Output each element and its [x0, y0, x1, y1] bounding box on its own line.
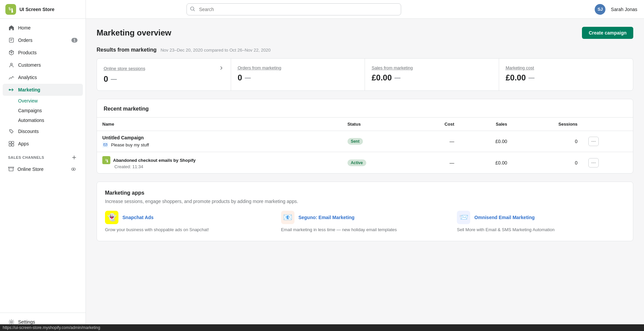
page-content: Marketing overview Create campaign Resul…	[86, 19, 644, 331]
analytics-icon	[8, 74, 15, 81]
automation-more-button[interactable]: ···	[588, 158, 599, 168]
metric-card-sessions: Online store sessions 0 —	[97, 59, 231, 90]
sidebar-item-label: Apps	[18, 141, 77, 146]
sidebar-item-label: Home	[18, 25, 77, 30]
snapchat-app-icon: 👻	[105, 211, 118, 224]
marketing-table: Name Status Cost Sales Sessions Untitled…	[97, 118, 633, 173]
svg-point-3	[10, 130, 11, 131]
sidebar-item-marketing[interactable]: Marketing	[3, 84, 83, 96]
automation-actions-cell: ···	[583, 152, 633, 174]
campaign-cost-cell: —	[412, 131, 460, 152]
omnisend-app-icon: 📨	[457, 211, 470, 224]
shopify-icon	[102, 156, 110, 164]
store-name: UI Screen Store	[19, 7, 54, 12]
svg-rect-7	[12, 144, 14, 146]
search-icon	[190, 6, 195, 12]
metric-title-orders: Orders from marketing	[238, 65, 358, 70]
sidebar-item-label: Analytics	[18, 75, 77, 80]
products-icon	[8, 49, 15, 56]
svg-rect-12	[104, 144, 107, 146]
metric-card-sales: Sales from marketing £0.00 —	[365, 59, 499, 90]
recent-marketing-card: Recent marketing Name Status Cost Sales …	[97, 99, 633, 174]
marketing-icon	[8, 86, 15, 93]
sidebar-item-analytics[interactable]: Analytics	[3, 71, 83, 83]
metric-card-orders: Orders from marketing 0 —	[231, 59, 365, 90]
automation-name-cell: Abandoned checkout emails by Shopify Cre…	[97, 152, 342, 174]
col-name: Name	[97, 118, 342, 131]
home-icon	[8, 24, 15, 31]
add-channel-button[interactable]	[71, 154, 77, 161]
metric-title-sales: Sales from marketing	[372, 65, 492, 70]
sidebar-item-customers[interactable]: Customers	[3, 59, 83, 71]
sidebar-item-apps[interactable]: Apps	[3, 138, 83, 150]
user-name[interactable]: Sarah Jonas	[611, 7, 637, 12]
sidebar-item-orders[interactable]: Orders 1	[3, 34, 83, 46]
search-input[interactable]	[186, 3, 401, 15]
app-card-header: 📧 Seguno: Email Marketing	[281, 211, 449, 224]
seguno-app-desc: Email marketing in less time — new holid…	[281, 227, 449, 233]
omnisend-app-name[interactable]: Omnisend Email Marketing	[474, 215, 535, 220]
automation-name-row: Abandoned checkout emails by Shopify	[102, 156, 337, 164]
discounts-icon	[8, 128, 15, 135]
results-header: Results from marketing Nov 23–Dec 20, 20…	[97, 47, 633, 53]
page-header: Marketing overview Create campaign	[97, 27, 633, 39]
automation-sales-cell: £0.00	[460, 152, 513, 174]
metric-title-cost: Marketing cost	[506, 65, 627, 70]
table-row: Untitled Campaign Please buy my stuff Se…	[97, 131, 633, 152]
metric-value-orders: 0 —	[238, 73, 358, 82]
campaign-sub: Please buy my stuff	[102, 142, 337, 148]
svg-rect-0	[9, 38, 14, 43]
automation-status-cell: Active	[342, 152, 412, 174]
sidebar-item-label: Orders	[18, 38, 68, 43]
campaign-sub-label: Please buy my stuff	[111, 142, 149, 147]
sidebar-item-overview[interactable]: Overview	[3, 96, 83, 106]
overview-label: Overview	[18, 98, 38, 104]
campaigns-label: Campaigns	[18, 108, 42, 113]
chevron-right-icon[interactable]	[219, 65, 224, 72]
recent-marketing-title: Recent marketing	[97, 99, 633, 118]
automation-sub: Created: 11:34	[102, 164, 337, 169]
col-sales: Sales	[460, 118, 513, 131]
sidebar-item-label: Products	[18, 50, 77, 55]
campaign-more-button[interactable]: ···	[588, 137, 599, 146]
omnisend-app-desc: Sell More with Email & SMS Marketing Aut…	[457, 227, 625, 233]
svg-point-1	[10, 63, 12, 65]
metric-value-cost: £0.00 —	[506, 73, 627, 82]
orders-badge: 1	[71, 38, 77, 43]
avatar[interactable]: SJ	[595, 4, 605, 15]
online-store-actions	[69, 165, 77, 173]
marketing-apps-section: Marketing apps Increase sessions, engage…	[97, 182, 633, 241]
sidebar-item-discounts[interactable]: Discounts	[3, 125, 83, 137]
online-store-label: Online Store	[17, 167, 44, 172]
create-campaign-button[interactable]: Create campaign	[582, 27, 633, 39]
email-icon	[102, 142, 108, 148]
seguno-app-name[interactable]: Seguno: Email Marketing	[299, 215, 355, 220]
orders-icon	[8, 37, 15, 44]
sidebar-item-automations[interactable]: Automations	[3, 116, 83, 125]
metric-card-cost: Marketing cost £0.00 —	[499, 59, 633, 90]
sidebar-item-label: Customers	[18, 62, 77, 68]
url-bar: https://ui-screen-store.myshopify.com/ad…	[0, 324, 644, 331]
main-content: SJ Sarah Jonas Marketing overview Create…	[86, 0, 644, 331]
automation-sessions-cell: 0	[513, 152, 583, 174]
metric-value-sessions: 0 —	[104, 74, 224, 84]
sidebar-item-campaigns[interactable]: Campaigns	[3, 106, 83, 115]
col-cost: Cost	[412, 118, 460, 131]
sidebar-item-products[interactable]: Products	[3, 47, 83, 59]
snapchat-app-name[interactable]: Snapchat Ads	[122, 215, 154, 220]
app-card-header: 📨 Omnisend Email Marketing	[457, 211, 625, 224]
online-store-eye-button[interactable]	[69, 165, 77, 173]
campaign-name-cell: Untitled Campaign Please buy my stuff	[97, 131, 342, 152]
campaign-actions-cell: ···	[583, 131, 633, 152]
sidebar-item-online-store[interactable]: Online Store	[3, 162, 83, 176]
sidebar: UI Screen Store Home Orders 1 Products	[0, 0, 86, 331]
customers-icon	[8, 62, 15, 68]
sidebar-item-label: Discounts	[18, 129, 77, 134]
app-card-seguno: 📧 Seguno: Email Marketing Email marketin…	[281, 211, 449, 233]
sidebar-item-home[interactable]: Home	[3, 22, 83, 34]
page-title: Marketing overview	[97, 28, 171, 38]
app-card-snapchat: 👻 Snapchat Ads Grow your business with s…	[105, 211, 273, 233]
svg-rect-6	[9, 144, 11, 146]
automation-name: Abandoned checkout emails by Shopify	[113, 158, 196, 163]
campaign-sessions-cell: 0	[513, 131, 583, 152]
